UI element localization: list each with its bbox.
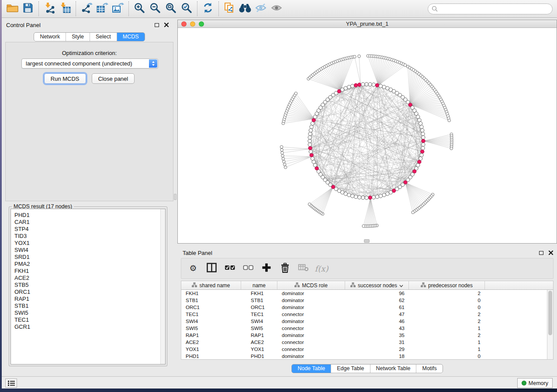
tab-select[interactable]: Select xyxy=(90,33,117,41)
table-row[interactable]: ORC1ORC1dominator610 xyxy=(181,304,553,311)
network-node[interactable] xyxy=(308,136,311,139)
mcds-result-item[interactable]: ACE2 xyxy=(11,275,165,282)
table-scrollbar-thumb[interactable] xyxy=(548,291,552,335)
zoom-fit-button[interactable] xyxy=(163,1,179,16)
network-canvas[interactable] xyxy=(178,28,557,243)
network-node[interactable] xyxy=(308,139,311,143)
run-mcds-button[interactable]: Run MCDS xyxy=(44,73,86,84)
leaf-node[interactable] xyxy=(280,148,284,151)
leaf-node[interactable] xyxy=(448,119,451,122)
vertical-splitter-handle[interactable] xyxy=(174,194,176,200)
mcds-result-item[interactable]: PMA2 xyxy=(11,261,165,268)
show-columns-button[interactable] xyxy=(207,263,216,274)
table-row[interactable]: ACE2ACE2connector311 xyxy=(181,339,553,346)
leaf-node[interactable] xyxy=(362,225,365,228)
network-node[interactable] xyxy=(420,128,424,132)
leaf-node[interactable] xyxy=(284,166,287,169)
mcds-node[interactable] xyxy=(354,83,357,87)
mcds-result-item[interactable]: FKH1 xyxy=(11,268,165,275)
save-session-button[interactable] xyxy=(20,1,36,16)
mcds-result-item[interactable]: CAR1 xyxy=(11,219,165,226)
mcds-result-item[interactable]: YOX1 xyxy=(11,240,165,247)
network-node[interactable] xyxy=(382,193,386,196)
search-input[interactable] xyxy=(428,3,553,14)
network-node[interactable] xyxy=(365,196,368,199)
network-node[interactable] xyxy=(310,125,313,128)
horizontal-splitter-handle[interactable] xyxy=(364,239,370,243)
select-all-button[interactable] xyxy=(225,263,235,274)
leaf-node[interactable] xyxy=(282,157,285,160)
mcds-result-item[interactable]: SWI5 xyxy=(11,309,165,316)
import-network-button[interactable] xyxy=(42,1,57,16)
network-node[interactable] xyxy=(382,85,386,89)
network-node[interactable] xyxy=(354,195,357,198)
network-node[interactable] xyxy=(365,83,368,86)
network-node[interactable] xyxy=(421,146,425,150)
leaf-node[interactable] xyxy=(283,163,286,166)
import-table-button[interactable] xyxy=(57,1,73,16)
close-window-icon[interactable] xyxy=(181,21,187,27)
network-node[interactable] xyxy=(419,157,422,160)
zoom-in-button[interactable] xyxy=(131,1,147,16)
column-header-predecessor-nodes[interactable]: predecessor nodes xyxy=(409,281,485,289)
export-network-button[interactable] xyxy=(79,1,94,16)
tab-style[interactable]: Style xyxy=(66,33,90,41)
network-node[interactable] xyxy=(361,83,365,86)
leaf-node[interactable] xyxy=(280,145,283,148)
network-node[interactable] xyxy=(347,193,351,196)
network-node[interactable] xyxy=(308,143,311,146)
mcds-result-item[interactable]: STB5 xyxy=(11,282,165,289)
table-row[interactable]: STB1STB1dominator620 xyxy=(181,297,553,304)
table-row[interactable]: TEC1TEC1connector472 xyxy=(181,311,553,318)
network-node[interactable] xyxy=(350,194,354,198)
mcds-result-item[interactable]: TID3 xyxy=(11,233,165,240)
tab-network[interactable]: Network xyxy=(34,33,66,41)
network-node[interactable] xyxy=(368,83,372,86)
show-all-button[interactable] xyxy=(269,1,284,16)
network-node[interactable] xyxy=(422,136,425,139)
table-row[interactable]: SWI5SWI5connector431 xyxy=(181,325,553,332)
network-node[interactable] xyxy=(419,122,422,125)
mcds-node[interactable] xyxy=(420,150,424,153)
mcds-result-item[interactable]: STP4 xyxy=(11,226,165,233)
leaf-node[interactable] xyxy=(404,64,407,67)
tab-edge-table[interactable]: Edge Table xyxy=(331,364,370,373)
network-node[interactable] xyxy=(420,125,423,128)
mcds-result-item[interactable]: SWI4 xyxy=(11,247,165,254)
table-row[interactable]: RAP1RAP1dominator352 xyxy=(181,332,553,339)
open-file-button[interactable] xyxy=(4,1,20,16)
network-window-titlebar[interactable]: YPA_prune.txt_1 xyxy=(178,20,557,28)
leaf-node[interactable] xyxy=(358,55,361,58)
tab-node-table[interactable]: Node Table xyxy=(292,364,331,373)
clone-network-button[interactable] xyxy=(221,1,237,16)
leaf-node[interactable] xyxy=(282,160,285,163)
mcds-node[interactable] xyxy=(422,139,425,143)
zoom-out-button[interactable] xyxy=(147,1,163,16)
mcds-node[interactable] xyxy=(375,83,379,87)
network-node[interactable] xyxy=(372,83,375,86)
network-node[interactable] xyxy=(372,196,375,199)
network-node[interactable] xyxy=(347,85,351,89)
column-header-successor-nodes[interactable]: successor nodes xyxy=(345,281,409,289)
zoom-selected-button[interactable] xyxy=(179,1,194,16)
network-node[interactable] xyxy=(386,192,389,196)
table-row[interactable]: PHD1PHD1dominator180 xyxy=(181,353,553,360)
minimize-window-icon[interactable] xyxy=(190,21,195,27)
mcds-result-item[interactable]: SRD1 xyxy=(11,254,165,261)
refresh-button[interactable] xyxy=(200,1,216,16)
zoom-window-icon[interactable] xyxy=(199,21,204,27)
network-node[interactable] xyxy=(309,150,312,153)
export-table-button[interactable] xyxy=(94,1,110,16)
network-node[interactable] xyxy=(350,84,354,88)
table-row[interactable]: SWI4SWI4dominator462 xyxy=(181,318,553,325)
network-node[interactable] xyxy=(311,157,314,160)
table-row[interactable]: YOX1YOX1connector291 xyxy=(181,346,553,353)
mcds-result-item[interactable]: RAP1 xyxy=(11,296,165,303)
network-node[interactable] xyxy=(344,86,347,90)
mcds-result-item[interactable]: STB1 xyxy=(11,303,165,309)
tab-mcds[interactable]: MCDS xyxy=(117,33,145,41)
mcds-result-item[interactable]: TEC1 xyxy=(11,316,165,323)
table-row[interactable]: FKH1FKH1dominator962 xyxy=(181,290,553,297)
optimization-criterion-select[interactable]: largest connected component (undirected) xyxy=(21,58,158,69)
close-table-panel-icon[interactable] xyxy=(548,250,554,255)
